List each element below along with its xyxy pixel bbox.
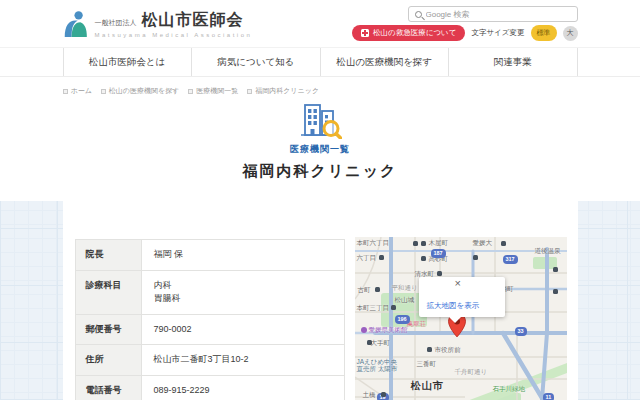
row-value: 790-0002 <box>141 314 344 345</box>
route-shield-icon: 196 <box>395 315 410 324</box>
org-name: 松山市医師会 <box>142 10 244 31</box>
station-icon <box>391 305 396 310</box>
main-nav: 松山市医師会とは病気について知る松山の医療機関を探す関連事業 <box>0 47 640 77</box>
station-icon <box>421 241 426 246</box>
breadcrumb-label: 医療機関一覧 <box>196 86 238 96</box>
row-label: 郵便番号 <box>75 314 141 345</box>
map-place-label: 大手町 <box>371 340 391 347</box>
emergency-button-label: 松山の救急医療について <box>373 28 456 38</box>
breadcrumb-marker-icon <box>63 89 68 94</box>
breadcrumb-marker-icon <box>247 89 252 94</box>
row-value: 089-915-2229 <box>141 375 344 400</box>
search-input[interactable] <box>426 10 556 19</box>
table-row: 院長福岡 保 <box>75 240 344 271</box>
site-logo[interactable]: 一般社団法人 松山市医師会 Matsuyama Medical Associat… <box>63 10 253 38</box>
row-label: 住所 <box>75 345 141 376</box>
row-value: 松山市二番町3丁目10-2 <box>141 345 344 376</box>
font-size-standard-button[interactable]: 標準 <box>531 25 557 41</box>
nav-item[interactable]: 関連事業 <box>448 48 578 76</box>
row-label: 院長 <box>75 240 141 271</box>
nav-items-container: 松山市医師会とは病気について知る松山の医療機関を探す関連事業 <box>63 48 578 76</box>
map-place-label: 直売所 太陽市 <box>357 366 398 373</box>
nav-item[interactable]: 病気について知る <box>191 48 320 76</box>
content-card: 院長福岡 保診療科目内科 胃腸科郵便番号790-0002住所松山市二番町3丁目1… <box>63 201 578 400</box>
page-category: 医療機関一覧 <box>63 143 578 156</box>
breadcrumb-label: 福岡内科クリニック <box>255 86 319 96</box>
nav-item[interactable]: 松山の医療機関を探す <box>320 48 449 76</box>
info-window-close-icon[interactable]: × <box>455 278 461 289</box>
table-row: 診療科目内科 胃腸科 <box>75 270 344 314</box>
station-icon <box>381 392 386 397</box>
map-place-label: 土橋 <box>363 392 376 399</box>
route-shield-icon: 187 <box>431 249 446 258</box>
map-place-label: 石手川緑地 <box>493 386 526 393</box>
map-place-label: 愛媛大 <box>473 240 493 247</box>
row-value: 福岡 保 <box>141 240 344 271</box>
breadcrumb-item[interactable]: 医療機関一覧 <box>188 86 238 96</box>
search-box[interactable] <box>408 6 578 22</box>
map-info-window: × 拡大地図を表示 <box>419 277 505 317</box>
row-value: 内科 胃腸科 <box>141 270 344 314</box>
route-shield-icon: 11 <box>543 393 555 400</box>
table-row: 住所松山市二番町3丁目10-2 <box>75 345 344 376</box>
poi-dot-icon <box>361 327 367 333</box>
first-aid-icon <box>361 29 369 37</box>
route-shield-icon: 33 <box>515 327 527 336</box>
nav-item[interactable]: 松山市医師会とは <box>63 48 192 76</box>
google-map-embed[interactable]: 本町六丁目木屋町愛媛大道後温泉六丁目高砂町清水町古町南町本町三丁目平和通り松山城… <box>355 237 567 400</box>
row-label: 電話番号 <box>75 375 141 400</box>
station-icon <box>437 271 442 276</box>
map-place-label: 千舟町通り <box>455 369 488 376</box>
station-icon <box>553 267 558 272</box>
detail-table-body: 院長福岡 保診療科目内科 胃腸科郵便番号790-0002住所松山市二番町3丁目1… <box>75 240 344 400</box>
font-size-large-button[interactable]: 大 <box>563 26 578 41</box>
table-row: 郵便番号790-0002 <box>75 314 344 345</box>
org-name-en: Matsuyama Medical Association <box>95 32 253 38</box>
station-icon <box>375 287 380 292</box>
breadcrumb-item[interactable]: 福岡内科クリニック <box>247 86 319 96</box>
station-icon <box>501 241 506 246</box>
breadcrumb: ホーム松山の医療機関を探す医療機関一覧福岡内科クリニック <box>63 86 578 96</box>
hospital-search-icon <box>298 101 342 139</box>
map-place-label: 三番町 <box>417 361 437 368</box>
station-icon <box>379 255 384 260</box>
breadcrumb-marker-icon <box>101 89 106 94</box>
station-icon <box>421 256 426 261</box>
map-place-label: 六丁目 <box>357 255 377 262</box>
map-place-label: 本町三丁目 <box>357 305 390 312</box>
enlarge-map-link[interactable]: 拡大地図を表示 <box>427 301 480 311</box>
station-icon <box>413 241 418 246</box>
map-place-label: 松山城 <box>395 297 415 304</box>
map-place-label: 松山市 <box>411 381 444 391</box>
site-header: 一般社団法人 松山市医師会 Matsuyama Medical Associat… <box>0 0 640 47</box>
station-icon <box>553 289 558 294</box>
row-label: 診療科目 <box>75 270 141 314</box>
map-place-label: 木屋町 <box>429 240 449 247</box>
table-row: 電話番号089-915-2229 <box>75 375 344 400</box>
breadcrumb-label: ホーム <box>71 86 92 96</box>
map-place-label: 市役所前 <box>435 347 461 354</box>
search-icon <box>415 11 422 18</box>
breadcrumb-item[interactable]: 松山の医療機関を探す <box>101 86 180 96</box>
font-size-label: 文字サイズ変更 <box>471 28 524 38</box>
clinic-detail-table: 院長福岡 保診療科目内科 胃腸科郵便番号790-0002住所松山市二番町3丁目1… <box>75 239 345 400</box>
person-logo-icon <box>63 10 89 38</box>
map-place-label: 愛媛県美術館 <box>361 327 408 334</box>
org-type: 一般社団法人 <box>95 18 137 31</box>
station-icon <box>367 340 372 345</box>
map-place-label: 道後温泉 <box>535 248 561 255</box>
breadcrumb-item[interactable]: ホーム <box>63 86 92 96</box>
hero-section: ホーム松山の医療機関を探す医療機関一覧福岡内科クリニック 医療機関一覧 福岡内科… <box>0 77 640 201</box>
breadcrumb-label: 松山の医療機関を探す <box>109 86 180 96</box>
station-icon <box>427 347 432 352</box>
map-place-label: 本町六丁目 <box>357 240 390 247</box>
route-shield-icon: 317 <box>503 255 518 264</box>
map-place-label: 古町 <box>358 287 371 294</box>
emergency-info-button[interactable]: 松山の救急医療について <box>352 25 465 41</box>
station-icon <box>473 255 478 260</box>
map-place-label: 平和通り <box>392 285 418 292</box>
breadcrumb-marker-icon <box>188 89 193 94</box>
page-title: 福岡内科クリニック <box>63 162 578 181</box>
